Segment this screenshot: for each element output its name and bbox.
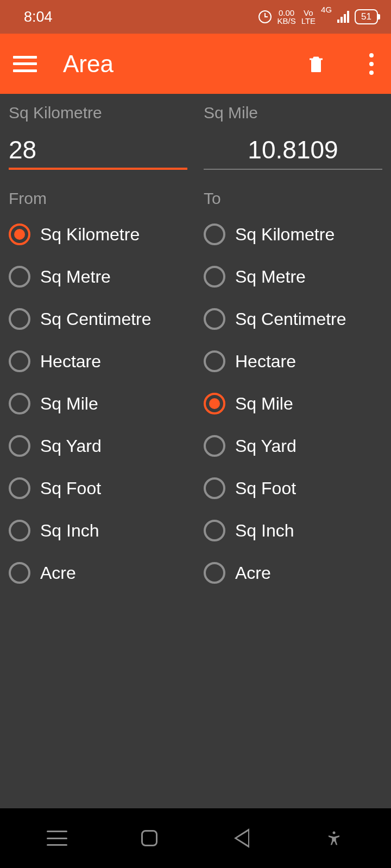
from-radio-sq-kilometre[interactable]: Sq Kilometre (9, 213, 187, 256)
nav-home-icon[interactable] (138, 827, 161, 850)
radio-button-icon (204, 477, 225, 499)
radio-label: Hectare (235, 352, 296, 372)
to-radio-acre[interactable]: Acre (204, 552, 382, 594)
to-unit-label: Sq Mile (204, 104, 382, 122)
page-title: Area (63, 50, 280, 78)
net-speed-icon: 0.00 KB/S (277, 9, 295, 25)
nav-back-icon[interactable] (230, 827, 253, 850)
radio-button-icon (204, 308, 225, 330)
radio-label: Sq Yard (40, 436, 102, 456)
radio-label: Sq Yard (235, 436, 297, 456)
to-radio-list: Sq KilometreSq MetreSq CentimetreHectare… (204, 213, 382, 594)
from-radio-sq-foot[interactable]: Sq Foot (9, 467, 187, 509)
to-radio-sq-inch[interactable]: Sq Inch (204, 509, 382, 552)
alarm-icon (258, 10, 272, 23)
radio-label: Sq Mile (235, 394, 293, 414)
from-value-input[interactable] (9, 133, 187, 170)
radio-label: Sq Kilometre (235, 225, 335, 245)
nav-recent-icon[interactable] (46, 827, 68, 850)
from-radio-sq-mile[interactable]: Sq Mile (9, 382, 187, 425)
content-area: Sq Kilometre From Sq KilometreSq MetreSq… (0, 94, 391, 808)
overflow-icon[interactable] (369, 53, 374, 75)
to-radio-sq-yard[interactable]: Sq Yard (204, 425, 382, 467)
radio-label: Sq Inch (40, 521, 99, 541)
status-icons: 0.00 KB/S Vo LTE 4G 51 (258, 9, 378, 25)
radio-label: Sq Metre (40, 267, 111, 287)
nav-accessibility-icon[interactable] (323, 827, 345, 850)
to-section-label: To (204, 189, 382, 208)
status-time: 8:04 (13, 9, 258, 25)
radio-label: Sq Inch (235, 521, 294, 541)
status-bar: 8:04 0.00 KB/S Vo LTE 4G 51 (0, 0, 391, 34)
to-radio-sq-mile[interactable]: Sq Mile (204, 382, 382, 425)
battery-level: 51 (361, 11, 371, 22)
radio-button-icon (9, 350, 30, 372)
from-radio-list: Sq KilometreSq MetreSq CentimetreHectare… (9, 213, 187, 594)
from-unit-label: Sq Kilometre (9, 104, 187, 122)
from-radio-hectare[interactable]: Hectare (9, 340, 187, 382)
radio-button-icon (204, 224, 225, 245)
radio-button-icon (9, 520, 30, 541)
from-radio-sq-metre[interactable]: Sq Metre (9, 256, 187, 298)
from-section-label: From (9, 189, 187, 208)
radio-label: Sq Foot (40, 478, 101, 499)
radio-label: Sq Mile (40, 394, 98, 414)
delete-icon[interactable] (306, 53, 326, 75)
radio-button-icon (9, 224, 30, 245)
radio-button-icon (9, 435, 30, 457)
radio-label: Sq Centimetre (40, 309, 152, 329)
radio-button-icon (9, 308, 30, 330)
to-radio-sq-kilometre[interactable]: Sq Kilometre (204, 213, 382, 256)
radio-label: Sq Foot (235, 478, 296, 499)
to-radio-hectare[interactable]: Hectare (204, 340, 382, 382)
radio-label: Hectare (40, 352, 101, 372)
from-radio-sq-inch[interactable]: Sq Inch (9, 509, 187, 552)
app-bar: Area (0, 34, 391, 94)
to-radio-sq-metre[interactable]: Sq Metre (204, 256, 382, 298)
radio-button-icon (9, 562, 30, 584)
net-type-label: 4G (321, 5, 332, 14)
battery-icon: 51 (355, 9, 378, 24)
radio-label: Sq Metre (235, 267, 306, 287)
radio-button-icon (204, 435, 225, 457)
radio-button-icon (204, 266, 225, 288)
to-value-output[interactable]: 10.8109 (204, 133, 382, 170)
from-column: Sq Kilometre From Sq KilometreSq MetreSq… (9, 104, 187, 808)
radio-button-icon (9, 266, 30, 288)
radio-button-icon (9, 477, 30, 499)
from-radio-sq-centimetre[interactable]: Sq Centimetre (9, 298, 187, 340)
screen: 8:04 0.00 KB/S Vo LTE 4G 51 Area (0, 0, 391, 868)
radio-label: Acre (235, 563, 271, 583)
to-radio-sq-centimetre[interactable]: Sq Centimetre (204, 298, 382, 340)
volte-bottom: LTE (301, 17, 316, 25)
radio-button-icon (204, 393, 225, 414)
volte-icon: Vo LTE (301, 9, 316, 25)
net-speed-value: 0.00 (277, 9, 295, 17)
from-radio-acre[interactable]: Acre (9, 552, 187, 594)
radio-button-icon (204, 562, 225, 584)
from-radio-sq-yard[interactable]: Sq Yard (9, 425, 187, 467)
to-column: Sq Mile 10.8109 To Sq KilometreSq MetreS… (204, 104, 382, 808)
system-nav-bar (0, 808, 391, 868)
radio-label: Sq Kilometre (40, 225, 140, 245)
radio-label: Acre (40, 563, 76, 583)
menu-icon[interactable] (13, 56, 37, 72)
radio-button-icon (204, 520, 225, 541)
net-speed-unit: KB/S (277, 17, 295, 25)
radio-label: Sq Centimetre (235, 309, 346, 329)
signal-icon (337, 11, 349, 23)
radio-button-icon (204, 350, 225, 372)
volte-top: Vo (301, 9, 316, 17)
to-radio-sq-foot[interactable]: Sq Foot (204, 467, 382, 509)
svg-point-0 (333, 832, 336, 834)
radio-button-icon (9, 393, 30, 414)
